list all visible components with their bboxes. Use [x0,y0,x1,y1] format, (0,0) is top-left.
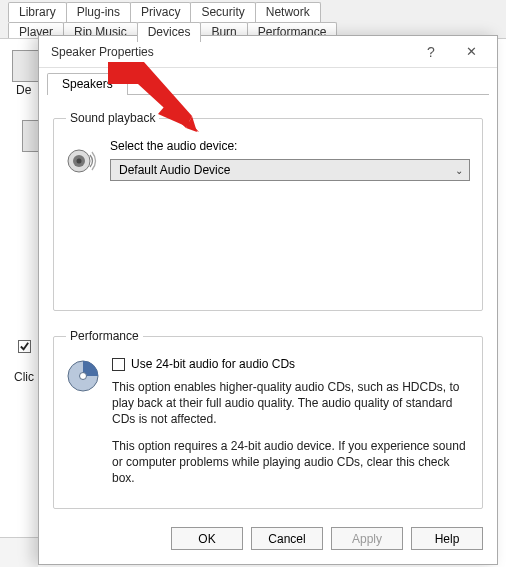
use-24bit-label: Use 24-bit audio for audio CDs [131,357,295,371]
bg-tab-plug-ins[interactable]: Plug-ins [66,2,131,22]
parent-window-bottom [0,537,38,567]
audio-device-value: Default Audio Device [119,163,230,177]
bg-tab-network[interactable]: Network [255,2,321,22]
bg-tab-security[interactable]: Security [190,2,255,22]
devices-heading-fragment: De [16,83,31,97]
help-button[interactable]: ? [411,42,451,62]
chevron-down-icon: ⌄ [455,165,463,176]
cancel-button[interactable]: Cancel [251,527,323,550]
group-sound-legend: Sound playback [66,111,159,125]
bg-tab-privacy[interactable]: Privacy [130,2,191,22]
close-button[interactable]: ✕ [451,42,491,61]
click-label-fragment: Clic [14,370,34,384]
help-button-bottom[interactable]: Help [411,527,483,550]
device-list-icon [22,120,38,152]
checkmark-icon [18,340,31,353]
select-audio-label: Select the audio device: [110,139,470,153]
bg-tab-devices[interactable]: Devices [137,22,202,42]
disc-icon [66,359,100,393]
ok-button[interactable]: OK [171,527,243,550]
speaker-properties-dialog: Speaker Properties ? ✕ Speakers Sound pl… [38,35,498,565]
dialog-tabstrip: Speakers [39,68,497,94]
group-sound-playback: Sound playback Select the audio device: … [53,111,483,311]
dialog-button-row: OK Cancel Apply Help [39,517,497,564]
svg-point-2 [77,159,82,164]
use-24bit-checkbox[interactable] [112,358,125,371]
dialog-content: Sound playback Select the audio device: … [39,95,497,517]
speaker-icon [66,145,98,177]
tab-speakers[interactable]: Speakers [47,73,128,95]
parent-checkbox[interactable] [18,340,31,353]
perf-description-2: This option requires a 24-bit audio devi… [112,438,470,487]
audio-device-dropdown[interactable]: Default Audio Device ⌄ [110,159,470,181]
group-performance: Performance Use 24-bit audio for audio C… [53,329,483,509]
group-performance-legend: Performance [66,329,143,343]
perf-description-1: This option enables higher-quality audio… [112,379,470,428]
apply-button: Apply [331,527,403,550]
bg-tab-library[interactable]: Library [8,2,67,22]
dialog-title: Speaker Properties [51,45,411,59]
dialog-titlebar: Speaker Properties ? ✕ [39,36,497,68]
svg-point-4 [80,373,87,380]
